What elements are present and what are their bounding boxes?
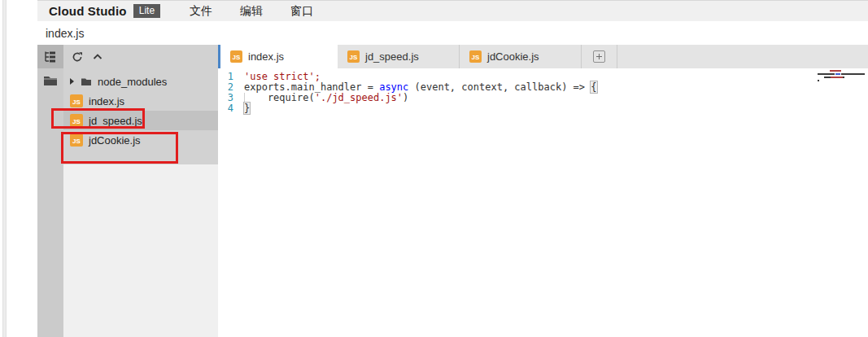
tab-bar: JS index.js JS jd_speed.js JS jdCookie.j… [218,45,868,68]
tab-label: jd_speed.js [365,50,419,63]
code-text: require('./jd_speed.js') [244,93,408,103]
expand-arrow-icon [70,78,74,85]
minimap-segment [841,73,865,75]
tree-item-label: node_modules [98,76,167,88]
code-token: require( [244,92,315,103]
minimap[interactable] [818,70,865,83]
cloud-studio-window: Cloud Studio Lite 文件编辑窗口 index.js [0,0,868,337]
minimap-segment [830,70,841,72]
menu-item[interactable]: 窗口 [290,4,313,19]
minimap-segment [831,77,843,78]
menu-item-label: 编辑 [240,4,263,17]
new-tab-button[interactable] [582,45,617,68]
code-editor[interactable]: 1 'use strict'; 2 exports.main_handler =… [218,68,868,337]
editor-tab[interactable]: JS index.js [218,45,338,68]
code-token: ) [403,92,408,103]
minimap-segment [824,77,831,78]
code-line: 3 require('./jd_speed.js') [218,93,868,103]
minimap-row [818,73,865,75]
menu-item[interactable]: 文件 [190,4,212,19]
folder-view-button[interactable] [37,68,63,92]
code-text: } [244,103,250,114]
code-token: (event, context, callback) => [408,81,591,93]
minimap-row [818,70,865,72]
line-number: 4 [218,103,244,114]
folder-icon [81,77,92,86]
minimap-segment [818,77,824,78]
menu-bar: Cloud Studio Lite 文件编辑窗口 [37,0,868,21]
annotation-box-jdcookie [61,132,178,164]
minimap-row [818,77,865,78]
breadcrumb: index.js [37,21,868,45]
tree-view-icon [43,50,58,63]
code-token: } [244,103,250,114]
file-explorer-panel: node_modules JS index.js JS jd_speed.js … [63,45,218,337]
js-file-icon: JS [70,94,83,107]
minimap-row [818,80,865,81]
plus-icon [593,50,605,63]
minimap-segment [818,80,819,81]
tree-item-label: index.js [89,95,124,107]
editor-tab[interactable]: JS jdCookie.js [460,45,582,68]
minimap-segment [818,73,835,75]
menu-item-label: 窗口 [290,4,313,17]
js-file-icon: JS [230,50,242,63]
breadcrumb-filename: index.js [46,27,84,40]
tree-item-folder[interactable]: node_modules [63,72,218,91]
code-token: './jd_speed.js' [315,92,403,103]
minimap-segment [818,70,830,72]
page-scrollbar[interactable] [2,0,7,337]
explorer-toolbar [63,45,218,68]
editor-column: JS index.js JS jd_speed.js JS jdCookie.j… [218,45,868,337]
js-file-icon: JS [469,50,482,63]
minimap-segment [843,77,844,78]
tab-label: jdCookie.js [487,50,539,63]
refresh-button[interactable] [72,51,83,63]
menu-list: 文件编辑窗口 [190,4,313,19]
activity-bar [37,45,63,337]
file-tree-view-button[interactable] [37,45,63,68]
js-file-icon: JS [347,50,360,63]
code-line: 4 } [218,103,868,114]
menu-item[interactable]: 编辑 [240,4,263,19]
code-token: exports.main_handler = [244,81,379,93]
app-frame: Cloud Studio Lite 文件编辑窗口 index.js [37,0,868,337]
annotation-box-jd-speed [51,108,145,129]
code-token: 'use strict'; [244,71,321,82]
collapse-all-button[interactable] [93,54,103,59]
tab-label: index.js [248,50,284,63]
brand-logo: Cloud Studio [49,4,127,18]
menu-item-label: 文件 [190,4,212,17]
folder-icon [43,75,58,86]
editor-tab[interactable]: JS jd_speed.js [338,45,460,68]
lite-badge: Lite [133,4,160,18]
code-token: { [591,81,596,93]
code-token: async [379,81,408,93]
